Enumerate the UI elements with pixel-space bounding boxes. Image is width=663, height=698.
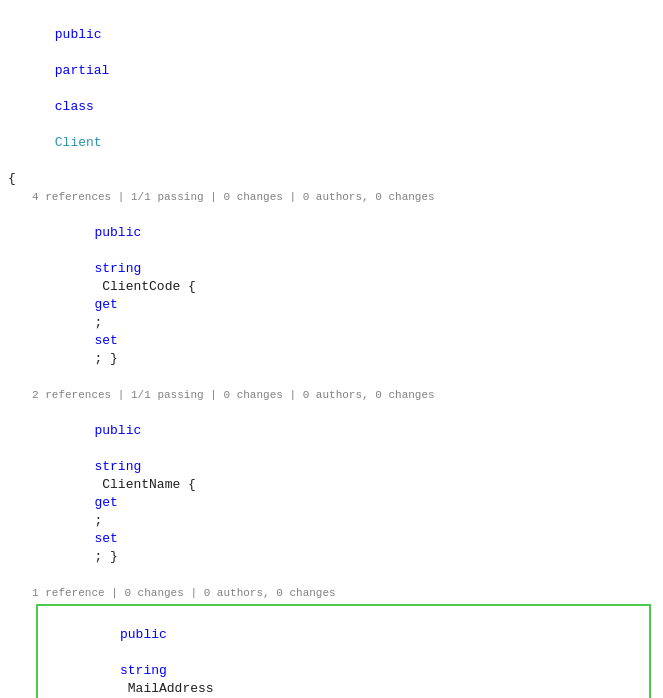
clientcode-line: public string ClientCode { get ; set ; } <box>32 206 655 386</box>
class-name: Client <box>55 135 102 150</box>
keyword-partial: partial <box>55 63 110 78</box>
code-editor: public partial class Client { 4 referenc… <box>0 8 663 698</box>
keyword-class: class <box>55 99 94 114</box>
meta-clientcode: 4 references | 1/1 passing | 0 changes |… <box>32 188 655 206</box>
highlighted-block: public string MailAddress { get { return… <box>36 604 651 698</box>
meta-clientname: 2 references | 1/1 passing | 0 changes |… <box>32 386 655 404</box>
mailaddress-decl: public string MailAddress <box>42 608 645 698</box>
clientname-line: public string ClientName { get ; set ; } <box>32 404 655 584</box>
outer-open-brace: { <box>8 170 655 188</box>
meta-mailaddress-pre: 1 reference | 0 changes | 0 authors, 0 c… <box>32 584 655 602</box>
class-header-line: public partial class Client <box>8 8 655 170</box>
keyword-public: public <box>55 27 102 42</box>
